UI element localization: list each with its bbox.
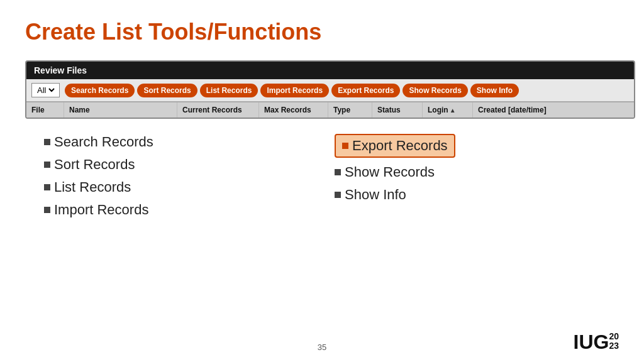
bullet-icon	[342, 143, 348, 149]
bullet-col-left: Search Records Sort Records List Records…	[31, 134, 322, 224]
show-info-button[interactable]: Show Info	[470, 84, 519, 97]
col-current-records: Current Records	[177, 102, 259, 118]
export-records-button[interactable]: Export Records	[331, 84, 400, 97]
item-label: Export Records	[352, 138, 448, 154]
list-item: Import Records	[44, 202, 309, 218]
bullet-icon	[44, 207, 50, 213]
logo-text: IUG	[574, 332, 609, 352]
col-max-records: Max Records	[259, 102, 328, 118]
bullet-icon	[335, 192, 341, 198]
filter-dropdown[interactable]: All	[31, 83, 60, 97]
import-records-button[interactable]: Import Records	[260, 84, 329, 97]
list-item: Sort Records	[44, 156, 309, 173]
list-item: Show Records	[335, 164, 600, 180]
logo-year-top: 20	[609, 332, 619, 341]
toolbar: All Search Records Sort Records List Rec…	[26, 79, 634, 102]
content-area: Search Records Sort Records List Records…	[25, 134, 619, 224]
bullet-icon	[44, 184, 50, 190]
item-label: Show Info	[345, 187, 406, 203]
item-label: List Records	[54, 179, 131, 195]
footer-logo: IUG 20 23	[574, 332, 619, 352]
col-name: Name	[64, 102, 177, 118]
sort-records-button[interactable]: Sort Records	[137, 84, 197, 97]
table-header: File Name Current Records Max Records Ty…	[26, 102, 634, 118]
list-item: Show Info	[335, 187, 600, 203]
col-type: Type	[328, 102, 372, 118]
search-records-button[interactable]: Search Records	[65, 84, 135, 97]
filter-select[interactable]: All	[35, 85, 57, 96]
item-label: Show Records	[345, 164, 435, 180]
col-created: Created [date/time]	[473, 102, 634, 118]
panel-header: Review Files	[26, 62, 634, 79]
slide: Create List Tools/Functions Review Files…	[0, 0, 644, 362]
item-label: Import Records	[54, 202, 148, 218]
col-file: File	[26, 102, 64, 118]
list-item: Search Records	[44, 134, 309, 150]
iug-logo: IUG 20 23	[574, 332, 619, 352]
sort-arrow-icon: ▲	[450, 107, 456, 114]
list-item-highlighted: Export Records	[335, 134, 455, 158]
bullet-icon	[44, 139, 50, 145]
col-status: Status	[372, 102, 423, 118]
list-records-button[interactable]: List Records	[200, 84, 258, 97]
show-records-button[interactable]: Show Records	[402, 84, 467, 97]
bullet-col-right: Export Records Show Records Show Info	[322, 134, 613, 224]
item-label: Sort Records	[54, 156, 135, 173]
col-login: Login ▲	[423, 102, 473, 118]
slide-title: Create List Tools/Functions	[25, 19, 619, 45]
bullet-icon	[335, 169, 341, 175]
list-item: List Records	[44, 179, 309, 195]
page-number: 35	[318, 343, 326, 352]
review-panel: Review Files All Search Records Sort Rec…	[25, 60, 635, 119]
bullet-icon	[44, 162, 50, 168]
item-label: Search Records	[54, 134, 153, 150]
logo-year-bottom: 23	[609, 341, 619, 351]
logo-years: 20 23	[609, 332, 619, 351]
